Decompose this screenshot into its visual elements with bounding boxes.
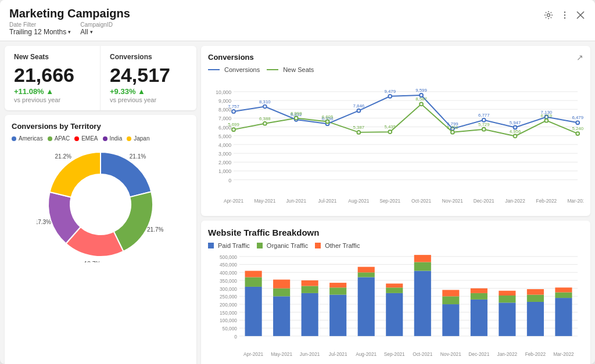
svg-point-73 [295,117,298,120]
svg-point-75 [326,120,329,123]
svg-text:Feb-2022: Feb-2022 [525,351,546,357]
svg-rect-137 [329,287,346,294]
traffic-chart-area: 050,000100,000150,000200,000250,000300,0… [208,253,583,362]
kpi-row: New Seats 21,666 +11.08% ▲ vs previous y… [5,46,196,110]
svg-rect-157 [527,302,544,336]
svg-text:Jan-2022: Jan-2022 [505,198,525,204]
svg-text:100,000: 100,000 [220,318,237,323]
close-icon [576,11,585,19]
svg-text:9,000: 9,000 [218,98,231,104]
svg-rect-139 [358,277,375,336]
svg-text:Aug-2021: Aug-2021 [356,351,377,357]
svg-text:Jul-2021: Jul-2021 [329,351,347,357]
svg-rect-134 [302,286,318,293]
conversions-title: Conversions [110,53,187,61]
dashboard: Marketing Campaigns Date Filter Trailing… [0,0,595,364]
date-filter-value[interactable]: Trailing 12 Months ▾ [9,28,71,36]
svg-point-45 [232,110,235,113]
svg-point-69 [232,128,235,131]
svg-rect-138 [329,283,346,287]
svg-text:May-2021: May-2021 [271,351,292,357]
svg-rect-130 [273,296,290,336]
svg-text:7,846: 7,846 [353,103,365,109]
more-icon [560,10,569,20]
svg-text:Sep-2021: Sep-2021 [379,198,400,204]
conversions-chart-title: Conversions [208,53,314,62]
svg-rect-146 [414,262,431,271]
conversions-chart-card: Conversions ConversionsNew Seats ↗ 01,00… [201,46,590,216]
conversions-change: +9.33% ▲ [110,87,187,96]
svg-point-87 [514,134,517,138]
more-button[interactable] [559,9,571,21]
svg-text:450,000: 450,000 [220,262,237,268]
expand-icon[interactable]: ↗ [576,53,583,62]
svg-text:6,388: 6,388 [259,116,271,121]
svg-text:6,777: 6,777 [478,113,490,118]
svg-point-79 [388,130,392,134]
conversions-chart-title-area: Conversions ConversionsNew Seats [208,53,314,75]
svg-rect-151 [471,300,488,336]
conversions-chart-area: 01,0002,0003,0004,0005,0006,0007,0008,00… [208,79,583,209]
svg-point-2 [564,15,565,16]
left-column: New Seats 21,666 +11.08% ▲ vs previous y… [5,46,196,364]
svg-text:500,000: 500,000 [220,254,237,260]
svg-text:10,000: 10,000 [216,89,231,95]
svg-point-53 [357,109,360,113]
svg-rect-162 [555,287,572,292]
svg-rect-141 [358,267,375,273]
svg-text:6,998: 6,998 [291,111,302,116]
svg-text:5,000: 5,000 [218,134,231,139]
campaign-filter-value[interactable]: All ▾ [80,28,113,36]
svg-point-55 [388,95,392,98]
settings-button[interactable] [543,9,554,21]
conversions-chart-legend: ConversionsNew Seats [208,66,314,73]
svg-rect-159 [527,289,544,295]
svg-rect-152 [471,293,488,300]
svg-rect-132 [273,280,290,289]
territory-legend-item: India [103,135,123,142]
svg-text:Feb-2022: Feb-2022 [536,198,557,204]
svg-text:4,956: 4,956 [510,129,521,134]
territory-legend-item: EMEA [74,135,98,142]
svg-rect-129 [245,271,262,277]
svg-rect-142 [386,293,403,336]
svg-text:7,757: 7,757 [228,104,239,109]
territory-legend-item: Americas [12,135,43,142]
new-seats-kpi: New Seats 21,666 +11.08% ▲ vs previous y… [5,46,101,110]
svg-text:21.7%: 21.7% [147,226,163,233]
close-button[interactable] [575,10,586,20]
main-content: New Seats 21,666 +11.08% ▲ vs previous y… [0,41,595,363]
svg-text:17.3%: 17.3% [37,219,51,225]
svg-text:8,310: 8,310 [259,99,271,104]
campaign-filter-chevron: ▾ [90,29,93,35]
svg-text:350,000: 350,000 [220,278,237,284]
date-filter[interactable]: Date Filter Trailing 12 Months ▾ [9,21,71,36]
page-title: Marketing Campaigns [9,7,130,20]
svg-text:9,599: 9,599 [415,88,427,93]
traffic-legend-item: Other Traffic [315,242,360,249]
svg-text:Dec-2021: Dec-2021 [468,351,489,357]
svg-point-61 [482,118,486,122]
svg-text:21.1%: 21.1% [130,153,146,160]
svg-rect-155 [499,295,515,302]
conv-legend-item: New Seats [267,66,314,73]
svg-text:Jan-2022: Jan-2022 [497,351,518,357]
traffic-legend-item: Paid Traffic [208,242,250,249]
svg-point-83 [451,131,454,134]
campaign-filter[interactable]: CampaignID All ▾ [80,21,113,36]
svg-text:200,000: 200,000 [220,302,237,308]
svg-text:1,000: 1,000 [218,168,231,174]
svg-text:0: 0 [228,178,231,183]
svg-text:18.7%: 18.7% [84,261,101,262]
settings-icon [544,10,553,20]
svg-rect-131 [273,289,290,297]
svg-text:Nov-2021: Nov-2021 [442,198,463,204]
traffic-legend-item: Organic Traffic [257,242,308,249]
territory-legend: AmericasAPACEMEAIndiaJapan [12,135,189,142]
svg-text:3,000: 3,000 [218,151,231,157]
conversions-value: 24,517 [110,64,187,86]
svg-rect-150 [442,290,459,296]
svg-text:6,479: 6,479 [572,115,583,120]
date-filter-label: Date Filter [9,21,71,28]
svg-text:150,000: 150,000 [220,310,237,316]
